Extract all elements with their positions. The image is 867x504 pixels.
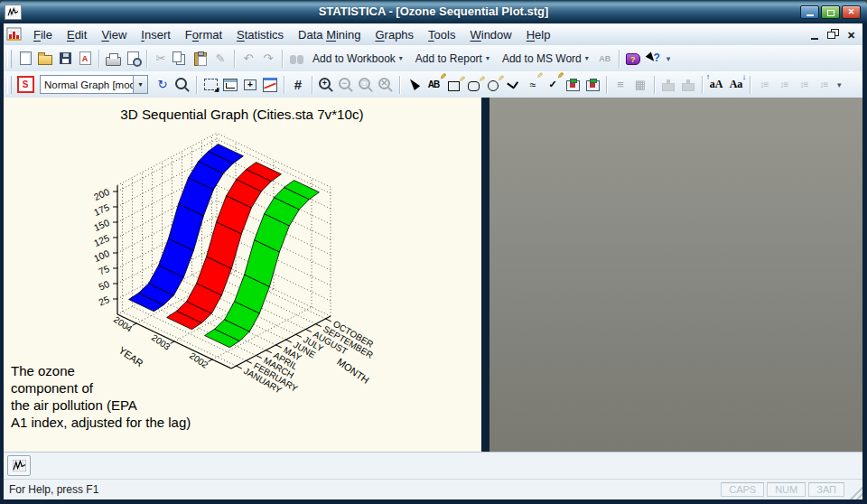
rotate-3d-button[interactable]: ↻ — [153, 74, 172, 96]
menu-edit[interactable]: Edit — [60, 26, 94, 43]
graph-document-icon — [6, 27, 23, 42]
copy-icon — [172, 51, 182, 62]
standard-toolbar: A✂✎↶↷Add to Workbook▾Add to Report▾Add t… — [4, 45, 862, 72]
print-button[interactable] — [103, 48, 123, 70]
menu-graphs[interactable]: Graphs — [368, 26, 421, 43]
copy-graph-object-button[interactable] — [563, 74, 583, 96]
mdi-minimize-button[interactable] — [807, 28, 823, 42]
toolbar-drag-handle[interactable] — [7, 50, 12, 68]
decrease-font-button[interactable]: Aa — [726, 74, 746, 96]
copy-button[interactable] — [171, 48, 191, 70]
move-plot-area-button[interactable]: + — [240, 74, 260, 96]
toolbar-drag-handle[interactable] — [7, 76, 12, 94]
menu-help[interactable]: Help — [519, 26, 558, 43]
rectangle-tool-button[interactable] — [443, 74, 463, 96]
menu-format[interactable]: Format — [178, 26, 229, 43]
add-to-ms-word-button[interactable]: Add to MS Word▾ — [496, 52, 595, 65]
context-help-icon — [646, 52, 660, 65]
maximize-button[interactable] — [821, 5, 840, 19]
open-file-icon — [38, 55, 52, 65]
increase-font-icon: aA — [710, 78, 723, 91]
help-book-button[interactable]: ? — [623, 48, 643, 70]
svg-text:150: 150 — [92, 217, 111, 233]
rounded-rectangle-tool-button[interactable] — [463, 74, 483, 96]
text-tool-button[interactable]: AB — [424, 74, 443, 96]
graph-layout-button[interactable] — [220, 74, 240, 96]
paste-button[interactable] — [191, 48, 210, 70]
plot-options-icon — [263, 78, 277, 92]
toolbar-separator — [654, 76, 655, 94]
save-as-pdf-button[interactable]: A — [75, 48, 95, 70]
new-document-button[interactable] — [15, 48, 35, 70]
zoom-to-page-button: □ — [356, 74, 376, 96]
zoom-out-icon: − — [339, 78, 350, 89]
toolbar-separator — [98, 50, 99, 68]
print-preview-button[interactable] — [123, 48, 143, 70]
menu-data-mining[interactable]: Data Mining — [291, 26, 368, 43]
show-gridlines-button[interactable]: # — [288, 74, 308, 96]
resize-grip[interactable] — [849, 486, 862, 499]
menu-file[interactable]: File — [26, 26, 60, 43]
plot-options-button[interactable] — [260, 74, 280, 96]
print-preview-icon — [127, 51, 139, 65]
minimize-button[interactable] — [800, 5, 819, 19]
mdi-close-button[interactable] — [844, 28, 859, 42]
space-vertically-icon: ↕≡ — [800, 79, 808, 89]
toolbar-separator — [146, 50, 147, 68]
polyline-tool-button[interactable] — [503, 74, 523, 96]
record-macro-icon: AB — [599, 54, 611, 63]
menu-view[interactable]: View — [94, 26, 134, 43]
mdi-restore-button[interactable] — [825, 28, 841, 42]
toolbar-overflow-button[interactable]: ▾ — [663, 54, 675, 63]
graph-toolbar: SNormal Graph [modi...▾↻+#+−□✕AB≈✓≡▦aAAa… — [4, 71, 862, 98]
freehand-tool-button[interactable]: ≈ — [523, 74, 543, 96]
save-button[interactable] — [55, 48, 75, 70]
increase-font-button[interactable]: aA — [706, 74, 726, 96]
context-help-button[interactable] — [643, 48, 663, 70]
menu-insert[interactable]: Insert — [134, 26, 178, 43]
space-horizontally-button: ↕≡ — [814, 74, 834, 96]
combo-dropdown-icon[interactable]: ▾ — [133, 76, 147, 93]
align-top-button: ↕≡ — [754, 74, 774, 96]
close-button[interactable] — [842, 5, 861, 19]
select-plot-region-icon — [204, 79, 218, 90]
add-to-report-button[interactable]: Add to Report▾ — [409, 52, 496, 65]
insert-graph-object-icon — [586, 80, 600, 91]
line-pattern-icon: ≡ — [617, 79, 624, 90]
graph-style-combo[interactable]: Normal Graph [modi...▾ — [40, 75, 148, 94]
custom-annotation-tool-button[interactable]: ✓ — [543, 74, 563, 96]
insert-graph-object-button[interactable] — [583, 74, 602, 96]
status-bar: For Help, press F1 CAPSNUMЗАП — [4, 479, 862, 499]
rectangle-tool-icon — [448, 81, 460, 91]
toolbar-overflow-button[interactable]: ▾ — [834, 80, 845, 89]
pointer-tool-icon — [407, 77, 420, 90]
select-plot-region-button[interactable] — [200, 74, 220, 96]
cut-icon: ✂ — [156, 52, 166, 64]
graph-type-badge-button[interactable]: S — [15, 74, 35, 96]
toolbar-separator — [312, 76, 312, 94]
ellipse-tool-button[interactable] — [483, 74, 503, 96]
mdi-background — [489, 98, 862, 452]
show-gridlines-icon: # — [294, 77, 302, 92]
menu-window[interactable]: Window — [462, 26, 518, 43]
redo-icon: ↷ — [264, 52, 274, 64]
menu-statistics[interactable]: Statistics — [229, 26, 291, 43]
svg-text:125: 125 — [92, 232, 111, 248]
minimized-graph-window-button[interactable] — [7, 455, 31, 476]
mdi-task-strip — [4, 452, 862, 480]
zoom-in-icon: + — [319, 78, 331, 89]
add-to-workbook-button[interactable]: Add to Workbook▾ — [306, 52, 409, 65]
svg-text:2003: 2003 — [150, 332, 172, 352]
toolbar-separator — [750, 76, 750, 94]
zoom-in-button[interactable]: + — [316, 74, 336, 96]
area-pattern-icon: ▦ — [635, 79, 646, 90]
pointer-tool-button[interactable] — [404, 74, 424, 96]
window-title: STATISTICA - [Ozone Sequential Plot.stg] — [319, 5, 549, 18]
status-indicator-0: CAPS — [721, 482, 764, 497]
menu-tools[interactable]: Tools — [421, 26, 462, 43]
zoom-mode-button[interactable] — [172, 74, 192, 96]
save-icon — [60, 52, 71, 64]
open-file-button[interactable] — [35, 48, 55, 70]
graph-layout-icon — [223, 79, 238, 91]
toolbar-separator — [282, 50, 283, 68]
